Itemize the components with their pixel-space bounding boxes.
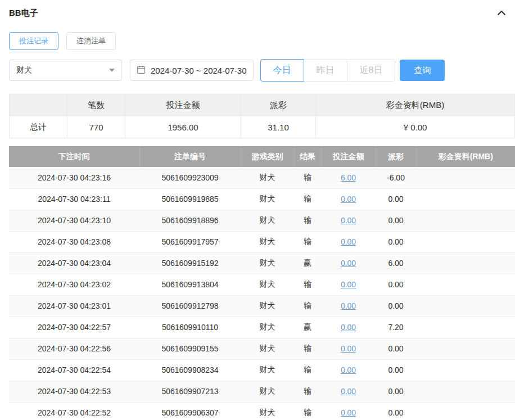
table-row: 2024-07-30 04:22:57 5061609910110 财犬 赢 0… bbox=[9, 317, 515, 338]
today-button[interactable]: 今日 bbox=[260, 59, 304, 82]
bet-time-cell: 2024-07-30 04:23:04 bbox=[9, 252, 139, 274]
result-cell: 赢 bbox=[294, 317, 321, 338]
bet-amount-link[interactable]: 6.00 bbox=[341, 173, 356, 182]
bet-amount-cell: 0.00 bbox=[321, 402, 376, 420]
yesterday-button[interactable]: 昨日 bbox=[304, 59, 347, 82]
summary-total-row: 总计 770 1956.00 31.10 ¥ 0.00 bbox=[10, 116, 515, 138]
bet-amount-link[interactable]: 0.00 bbox=[341, 323, 356, 332]
payout-cell: 7.20 bbox=[376, 317, 416, 338]
game-type-cell: 财犬 bbox=[241, 317, 294, 338]
summary-total-count: 770 bbox=[67, 116, 125, 138]
filter-bar: 财犬 2024-07-30 ~ 2024-07-30 今日 昨日 近8日 查询 bbox=[9, 59, 515, 82]
order-id-cell: 5061609917957 bbox=[139, 231, 241, 252]
payout-cell: 0.00 bbox=[376, 359, 416, 381]
bonus-cell bbox=[416, 188, 515, 210]
order-id-cell: 5061609909155 bbox=[139, 338, 241, 359]
payout-cell: 0.00 bbox=[376, 381, 416, 402]
table-row: 2024-07-30 04:22:52 5061609906307 财犬 输 0… bbox=[9, 402, 515, 420]
bet-time-cell: 2024-07-30 04:23:11 bbox=[9, 188, 139, 210]
header-result: 结果 bbox=[294, 146, 321, 167]
tab-cancelled-orders[interactable]: 连消注单 bbox=[66, 32, 116, 50]
summary-header-count: 笔数 bbox=[67, 94, 125, 116]
table-row: 2024-07-30 04:23:02 5061609913804 财犬 输 0… bbox=[9, 274, 515, 295]
result-cell: 赢 bbox=[294, 252, 321, 274]
order-id-cell: 5061609906307 bbox=[139, 402, 241, 420]
table-row: 2024-07-30 04:23:10 5061609918896 财犬 输 0… bbox=[9, 210, 515, 231]
tab-bet-records[interactable]: 投注记录 bbox=[9, 32, 58, 50]
summary-header-bonus: 彩金资料(RMB) bbox=[316, 94, 515, 116]
payout-cell: 0.00 bbox=[376, 231, 416, 252]
bet-amount-link[interactable]: 0.00 bbox=[341, 216, 356, 225]
summary-header-bet-amount: 投注金额 bbox=[125, 94, 241, 116]
summary-header-row: 笔数 投注金额 派彩 彩金资料(RMB) bbox=[10, 94, 515, 116]
table-row: 2024-07-30 04:23:11 5061609919885 财犬 输 0… bbox=[9, 188, 515, 210]
game-select[interactable]: 财犬 bbox=[9, 60, 122, 81]
result-cell: 输 bbox=[294, 188, 321, 210]
bet-amount-link[interactable]: 0.00 bbox=[341, 387, 356, 396]
bet-time-cell: 2024-07-30 04:22:57 bbox=[9, 317, 139, 338]
table-row: 2024-07-30 04:22:53 5061609907213 财犬 输 0… bbox=[9, 381, 515, 402]
bet-amount-link[interactable]: 0.00 bbox=[341, 301, 356, 310]
bonus-cell bbox=[416, 381, 515, 402]
bet-amount-link[interactable]: 0.00 bbox=[341, 237, 356, 246]
payout-cell: 0.00 bbox=[376, 210, 416, 231]
result-cell: 输 bbox=[294, 359, 321, 381]
game-type-cell: 财犬 bbox=[241, 210, 294, 231]
summary-table: 笔数 投注金额 派彩 彩金资料(RMB) 总计 770 1956.00 31.1… bbox=[9, 94, 515, 138]
game-type-cell: 财犬 bbox=[241, 295, 294, 317]
table-row: 2024-07-30 04:22:54 5061609908234 财犬 输 0… bbox=[9, 359, 515, 381]
page-title: BB电子 bbox=[9, 8, 38, 19]
result-cell: 输 bbox=[294, 210, 321, 231]
result-cell: 输 bbox=[294, 167, 321, 188]
summary-header-payout: 派彩 bbox=[241, 94, 316, 116]
panel-header: BB电子 bbox=[9, 8, 515, 19]
date-range-picker[interactable]: 2024-07-30 ~ 2024-07-30 bbox=[130, 60, 254, 81]
result-cell: 输 bbox=[294, 274, 321, 295]
bet-amount-link[interactable]: 0.00 bbox=[341, 365, 356, 374]
bet-amount-link[interactable]: 0.00 bbox=[341, 344, 356, 353]
header-game-type: 游戏类别 bbox=[241, 146, 294, 167]
bet-records-table: 下注时间 注单编号 游戏类别 结果 投注金额 派彩 彩金资料(RMB) 2024… bbox=[9, 146, 515, 420]
game-type-cell: 财犬 bbox=[241, 231, 294, 252]
game-select-value: 财犬 bbox=[16, 65, 32, 75]
summary-total-label: 总计 bbox=[10, 116, 67, 138]
last-8-days-button[interactable]: 近8日 bbox=[347, 59, 396, 82]
bet-amount-cell: 6.00 bbox=[321, 167, 376, 188]
bet-amount-cell: 0.00 bbox=[321, 317, 376, 338]
order-id-cell: 5061609907213 bbox=[139, 381, 241, 402]
table-row: 2024-07-30 04:23:08 5061609917957 财犬 输 0… bbox=[9, 231, 515, 252]
payout-cell: 6.00 bbox=[376, 252, 416, 274]
search-button[interactable]: 查询 bbox=[400, 60, 445, 81]
bet-amount-cell: 0.00 bbox=[321, 274, 376, 295]
bet-amount-link[interactable]: 0.00 bbox=[341, 280, 356, 289]
bet-amount-link[interactable]: 0.00 bbox=[341, 259, 356, 268]
header-payout: 派彩 bbox=[376, 146, 416, 167]
bet-amount-cell: 0.00 bbox=[321, 295, 376, 317]
record-tabs: 投注记录 连消注单 bbox=[9, 32, 515, 50]
bonus-cell bbox=[416, 317, 515, 338]
header-bonus: 彩金资料(RMB) bbox=[416, 146, 515, 167]
bonus-cell bbox=[416, 167, 515, 188]
bet-time-cell: 2024-07-30 04:23:10 bbox=[9, 210, 139, 231]
header-bet-amount: 投注金额 bbox=[321, 146, 376, 167]
bonus-cell bbox=[416, 252, 515, 274]
order-id-cell: 5061609912798 bbox=[139, 295, 241, 317]
bet-amount-link[interactable]: 0.00 bbox=[341, 408, 356, 417]
result-cell: 输 bbox=[294, 231, 321, 252]
bonus-cell bbox=[416, 295, 515, 317]
header-bet-time: 下注时间 bbox=[9, 146, 139, 167]
bet-time-cell: 2024-07-30 04:22:56 bbox=[9, 338, 139, 359]
calendar-icon bbox=[137, 65, 151, 76]
bet-amount-link[interactable]: 0.00 bbox=[341, 195, 356, 204]
collapse-panel-button[interactable] bbox=[496, 8, 507, 19]
chevron-up-icon bbox=[497, 9, 506, 17]
quick-date-group: 今日 昨日 近8日 bbox=[260, 59, 396, 82]
game-type-cell: 财犬 bbox=[241, 381, 294, 402]
bet-time-cell: 2024-07-30 04:23:08 bbox=[9, 231, 139, 252]
table-row: 2024-07-30 04:23:01 5061609912798 财犬 输 0… bbox=[9, 295, 515, 317]
summary-total-bonus: ¥ 0.00 bbox=[316, 116, 515, 138]
bet-amount-cell: 0.00 bbox=[321, 210, 376, 231]
order-id-cell: 5061609918896 bbox=[139, 210, 241, 231]
date-range-value: 2024-07-30 ~ 2024-07-30 bbox=[151, 66, 247, 75]
bet-time-cell: 2024-07-30 04:23:01 bbox=[9, 295, 139, 317]
